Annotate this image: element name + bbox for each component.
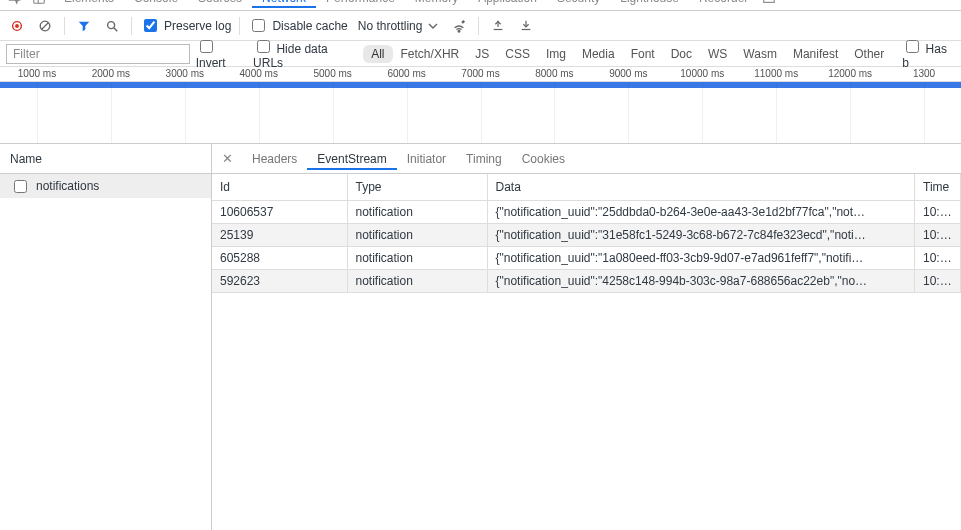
panel-tab-application[interactable]: Application	[468, 0, 547, 7]
grid-line	[554, 82, 555, 143]
type-filter-css[interactable]: CSS	[497, 45, 538, 63]
cell-time: 10:54:2	[915, 223, 961, 246]
panel-tab-elements[interactable]: Elements	[54, 0, 124, 7]
svg-point-8	[108, 21, 115, 28]
disable-cache-checkbox[interactable]: Disable cache	[248, 16, 347, 35]
type-filter-other[interactable]: Other	[846, 45, 892, 63]
detail-tab-timing[interactable]: Timing	[456, 148, 512, 170]
close-icon[interactable]: ✕	[216, 151, 238, 166]
throttling-select[interactable]: No throttling	[354, 17, 443, 35]
filter-input[interactable]: Filter	[6, 44, 190, 64]
cell-id: 25139	[212, 223, 347, 246]
device-toolbar-icon[interactable]	[28, 0, 50, 9]
timeline-tick: 1000 ms	[18, 68, 56, 79]
type-filter-fetch-xhr[interactable]: Fetch/XHR	[393, 45, 468, 63]
type-filter-ws[interactable]: WS	[700, 45, 735, 63]
svg-line-9	[114, 27, 118, 31]
eventstream-table: Id Type Data Time 10606537notification{"…	[212, 174, 961, 293]
table-row[interactable]: 10606537notification{"notification_uuid"…	[212, 200, 961, 223]
timeline-tick: 7000 ms	[461, 68, 499, 79]
request-row-notifications[interactable]: notifications	[0, 174, 211, 198]
col-id-header[interactable]: Id	[212, 174, 347, 200]
grid-line	[37, 82, 38, 143]
clear-icon[interactable]	[34, 15, 56, 37]
detail-tab-initiator[interactable]: Initiator	[397, 148, 456, 170]
cell-time: 10:54:2	[915, 200, 961, 223]
detail-tabs: ✕ HeadersEventStreamInitiatorTimingCooki…	[212, 144, 961, 174]
has-blocked-checkbox[interactable]: Has b	[902, 37, 955, 70]
panel-tab-sources[interactable]: Sources	[188, 0, 252, 7]
timeline-tick: 2000 ms	[92, 68, 130, 79]
cell-type: notification	[347, 246, 487, 269]
type-filter-doc[interactable]: Doc	[663, 45, 700, 63]
record-icon[interactable]	[6, 15, 28, 37]
panel-tab-lighthouse[interactable]: Lighthouse	[610, 0, 689, 7]
separator	[239, 17, 240, 35]
cell-data: {"notification_uuid":"31e58fc1-5249-3c68…	[487, 223, 915, 246]
type-filter-wasm[interactable]: Wasm	[735, 45, 785, 63]
panel-tab-memory[interactable]: Memory	[405, 0, 468, 7]
grid-line	[924, 82, 925, 143]
svg-point-5	[15, 24, 19, 28]
devtools-panel-tabs: ElementsConsoleSourcesNetworkPerformance…	[0, 0, 961, 11]
panel-tab-performance[interactable]: Performance	[316, 0, 405, 7]
col-type-header[interactable]: Type	[347, 174, 487, 200]
detail-tab-eventstream[interactable]: EventStream	[307, 148, 396, 170]
grid-line	[776, 82, 777, 143]
type-filter-font[interactable]: Font	[623, 45, 663, 63]
cell-id: 10606537	[212, 200, 347, 223]
recorder-new-icon[interactable]	[758, 0, 780, 9]
request-list: Name notifications	[0, 144, 212, 530]
timeline-tick: 12000 ms	[828, 68, 872, 79]
timeline-tick: 8000 ms	[535, 68, 573, 79]
network-conditions-icon[interactable]	[448, 15, 470, 37]
grid-line	[850, 82, 851, 143]
request-name: notifications	[36, 179, 99, 193]
svg-point-10	[459, 30, 461, 32]
invert-checkbox[interactable]: Invert	[196, 37, 247, 70]
name-column-header[interactable]: Name	[0, 144, 211, 174]
type-filter-manifest[interactable]: Manifest	[785, 45, 846, 63]
cell-type: notification	[347, 223, 487, 246]
grid-line	[333, 82, 334, 143]
cell-id: 605288	[212, 246, 347, 269]
hide-data-urls-checkbox[interactable]: Hide data URLs	[253, 37, 357, 70]
grid-line	[702, 82, 703, 143]
request-detail-pane: ✕ HeadersEventStreamInitiatorTimingCooki…	[212, 144, 961, 530]
panel-tab-security[interactable]: Security	[547, 0, 610, 7]
type-filter-img[interactable]: Img	[538, 45, 574, 63]
table-row[interactable]: 25139notification{"notification_uuid":"3…	[212, 223, 961, 246]
cell-data: {"notification_uuid":"1a080eed-ff03-3cb9…	[487, 246, 915, 269]
preserve-log-checkbox[interactable]: Preserve log	[140, 16, 231, 35]
cell-time: 10:54:3	[915, 269, 961, 292]
panel-tab-recorder[interactable]: Recorder	[689, 0, 758, 7]
separator	[131, 17, 132, 35]
cell-type: notification	[347, 269, 487, 292]
type-filter-all[interactable]: All	[363, 45, 392, 63]
table-row[interactable]: 592623notification{"notification_uuid":"…	[212, 269, 961, 292]
filter-placeholder: Filter	[13, 47, 40, 61]
inspect-icon[interactable]	[4, 0, 26, 9]
timeline-tick: 10000 ms	[680, 68, 724, 79]
table-row[interactable]: 605288notification{"notification_uuid":"…	[212, 246, 961, 269]
panel-tab-network[interactable]: Network	[252, 0, 316, 8]
timeline-ruler[interactable]: 1000 ms2000 ms3000 ms4000 ms5000 ms6000 …	[0, 67, 961, 82]
export-icon[interactable]	[515, 15, 537, 37]
type-filter-js[interactable]: JS	[467, 45, 497, 63]
throttling-value: No throttling	[358, 19, 423, 33]
waterfall-overview[interactable]	[0, 82, 961, 144]
detail-tab-headers[interactable]: Headers	[242, 148, 307, 170]
detail-tab-cookies[interactable]: Cookies	[512, 148, 575, 170]
panel-tab-console[interactable]: Console	[124, 0, 188, 7]
col-data-header[interactable]: Data	[487, 174, 915, 200]
svg-rect-2	[38, 0, 44, 3]
timeline-tick: 5000 ms	[313, 68, 351, 79]
col-time-header[interactable]: Time	[915, 174, 961, 200]
request-checkbox[interactable]	[14, 180, 27, 193]
import-icon[interactable]	[487, 15, 509, 37]
filter-icon[interactable]	[73, 15, 95, 37]
timeline-tick: 9000 ms	[609, 68, 647, 79]
search-icon[interactable]	[101, 15, 123, 37]
timeline-tick: 4000 ms	[240, 68, 278, 79]
type-filter-media[interactable]: Media	[574, 45, 623, 63]
